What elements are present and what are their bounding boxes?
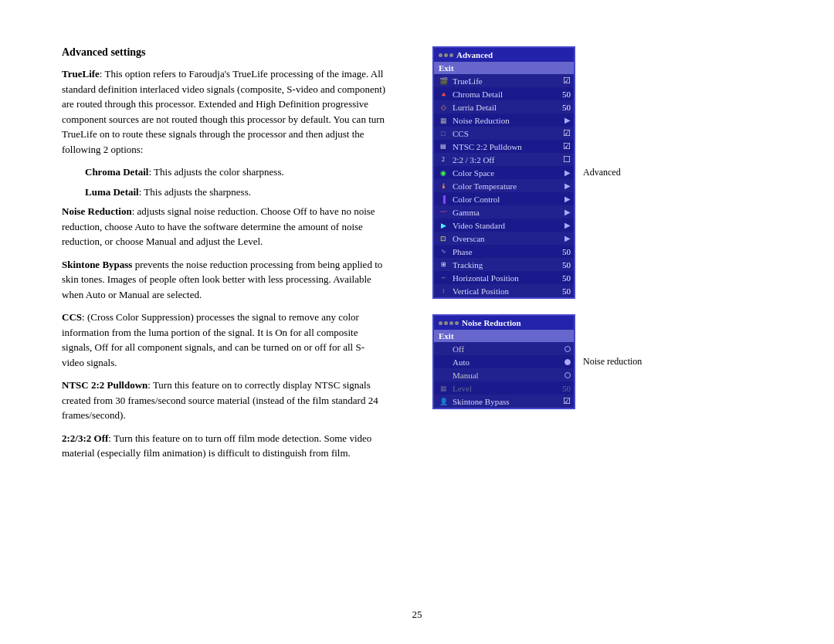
- colortemp-icon: 🌡: [437, 181, 449, 192]
- noise-title-text: Noise Reduction: [462, 318, 521, 327]
- phase-icon: ∿: [437, 246, 449, 257]
- ccs-text: : (Cross Color Suppression) processes th…: [62, 311, 364, 368]
- noise-exit-row[interactable]: Exit: [434, 330, 574, 342]
- menu-item-overscan[interactable]: ⊡ Overscan ▶: [434, 232, 574, 245]
- dot-2: [444, 53, 448, 57]
- luma-detail-paragraph: Luma Detail: This adjusts the sharpness.: [85, 185, 386, 200]
- menu-item-vpos[interactable]: ↕ Vertical Position 50: [434, 284, 574, 297]
- advanced-title-text: Advanced: [456, 50, 493, 59]
- title-dots: [439, 53, 453, 57]
- advanced-exit-label: Exit: [439, 63, 454, 73]
- menu-item-tracking[interactable]: ⊞ Tracking 50: [434, 258, 574, 271]
- pulldown-text: : Turn this feature on to turn off film …: [62, 432, 371, 459]
- dot-1: [439, 53, 442, 57]
- truelife-label: TrueLife: [62, 68, 100, 80]
- chroma-icon: 🔺: [437, 89, 449, 100]
- luma-detail-label: Luma Detail: [85, 186, 139, 198]
- ccs-label: CCS: [62, 311, 82, 323]
- menu-item-vidstd[interactable]: ▶ Video Standard ▶: [434, 219, 574, 232]
- noise-off-icon: [437, 344, 449, 354]
- ntsc-icon: ▤: [437, 141, 449, 152]
- hpos-icon: ↔: [437, 273, 449, 283]
- noise-icon: ▦: [437, 115, 449, 126]
- skintone-bypass-label: Skintone Bypass: [62, 259, 132, 270]
- advanced-menu: Advanced Exit 🎬 TrueLife ☑ 🔺 Chroma Deta…: [432, 46, 575, 299]
- menu-item-colorctrl[interactable]: ▐ Color Control ▶: [434, 192, 574, 205]
- ndot-3: [449, 321, 453, 325]
- ndot-1: [439, 321, 442, 325]
- advanced-side-label: Advanced: [583, 167, 621, 178]
- ntsc-label: NTSC 2:2 Pulldown: [62, 379, 147, 391]
- noise-manual-row[interactable]: Manual: [434, 368, 574, 381]
- colorspace-icon: ◉: [437, 168, 449, 178]
- radio-auto: [564, 359, 571, 365]
- noise-reduction-paragraph: Noise Reduction: adjusts signal noise re…: [62, 204, 386, 249]
- chroma-detail-text: : This adjusts the color sharpness.: [148, 166, 283, 178]
- noise-title-dots: [439, 321, 459, 325]
- content-area: Advanced settings TrueLife: This option …: [0, 0, 417, 644]
- chroma-detail-label: Chroma Detail: [85, 166, 148, 178]
- truelife-text: : This option refers to Faroudja's TrueL…: [62, 68, 385, 155]
- noise-side-label: Noise reduction: [583, 356, 642, 368]
- advanced-exit-row[interactable]: Exit: [434, 62, 574, 74]
- skintone-icon: 👤: [437, 396, 449, 407]
- noise-exit-label: Exit: [439, 331, 454, 341]
- gamma-icon: 〰: [437, 207, 449, 218]
- menu-item-noise[interactable]: ▦ Noise Reduction ▶: [434, 114, 574, 127]
- tracking-icon: ⊞: [437, 259, 449, 270]
- menu-item-luma[interactable]: ◇ Lurria Detail 50: [434, 100, 574, 114]
- heading: Advanced settings: [62, 46, 386, 59]
- noise-skintone-row[interactable]: 👤 Skintone Bypass ☑: [434, 395, 574, 408]
- advanced-menu-wrapper: Advanced Exit 🎬 TrueLife ☑ 🔺 Chroma Deta…: [432, 46, 621, 299]
- skintone-bypass-paragraph: Skintone Bypass prevents the noise reduc…: [62, 257, 386, 303]
- menu-item-phase[interactable]: ∿ Phase 50: [434, 245, 574, 258]
- noise-auto-icon: [437, 357, 449, 368]
- colorctrl-icon: ▐: [437, 194, 449, 205]
- pulldown-label: 2:2/3:2 Off: [62, 432, 108, 444]
- ntsc-paragraph: NTSC 2:2 Pulldown: Turn this feature on …: [62, 378, 386, 423]
- truelife-paragraph: TrueLife: This option refers to Faroudja…: [62, 66, 386, 157]
- menu-item-chroma[interactable]: 🔺 Chroma Detail 50: [434, 87, 574, 100]
- ccs-icon: □: [437, 128, 449, 139]
- right-area: Advanced Exit 🎬 TrueLife ☑ 🔺 Chroma Deta…: [417, 0, 834, 644]
- luma-icon: ◇: [437, 102, 449, 113]
- truelife-icon: 🎬: [437, 76, 449, 86]
- chroma-detail-paragraph: Chroma Detail: This adjusts the color sh…: [85, 164, 386, 180]
- noise-level-row[interactable]: ▦ Level 50: [434, 381, 574, 395]
- ndot-4: [455, 321, 459, 325]
- vpos-icon: ↕: [437, 286, 449, 297]
- noise-reduction-label: Noise Reduction: [62, 205, 132, 217]
- ccs-paragraph: CCS: (Cross Color Suppression) processes…: [62, 310, 386, 370]
- noise-menu: Noise Reduction Exit Off Auto M: [432, 314, 575, 409]
- noise-menu-wrapper: Noise Reduction Exit Off Auto M: [432, 314, 642, 409]
- menu-item-22off[interactable]: 2 2:2 / 3:2 Off ☐: [434, 153, 574, 166]
- noise-manual-icon: [437, 370, 449, 381]
- advanced-title-bar: Advanced: [434, 48, 574, 62]
- noise-auto-row[interactable]: Auto: [434, 355, 574, 368]
- menu-item-colorspace[interactable]: ◉ Color Space ▶: [434, 166, 574, 179]
- pulldown-paragraph: 2:2/3:2 Off: Turn this feature on to tur…: [62, 431, 386, 461]
- radio-off: [564, 346, 571, 352]
- 22off-icon: 2: [437, 154, 449, 165]
- noise-title-bar: Noise Reduction: [434, 316, 574, 330]
- menu-item-ccs[interactable]: □ CCS ☑: [434, 127, 574, 140]
- noise-off-row[interactable]: Off: [434, 342, 574, 355]
- luma-detail-text: : This adjusts the sharpness.: [139, 186, 251, 198]
- ndot-2: [444, 321, 448, 325]
- menu-item-truelife[interactable]: 🎬 TrueLife ☑: [434, 74, 574, 87]
- page: Advanced settings TrueLife: This option …: [0, 0, 834, 644]
- menu-item-ntsc[interactable]: ▤ NTSC 2:2 Pulldown ☑: [434, 140, 574, 153]
- page-number: 25: [412, 608, 422, 621]
- menu-item-gamma[interactable]: 〰 Gamma ▶: [434, 205, 574, 219]
- menu-item-hpos[interactable]: ↔ Horizontal Position 50: [434, 271, 574, 284]
- radio-manual: [564, 372, 571, 378]
- overscan-icon: ⊡: [437, 233, 449, 244]
- menu-item-colortemp[interactable]: 🌡 Color Temperature ▶: [434, 179, 574, 192]
- level-icon: ▦: [437, 383, 449, 394]
- vidstd-icon: ▶: [437, 220, 449, 231]
- dot-3: [449, 53, 453, 57]
